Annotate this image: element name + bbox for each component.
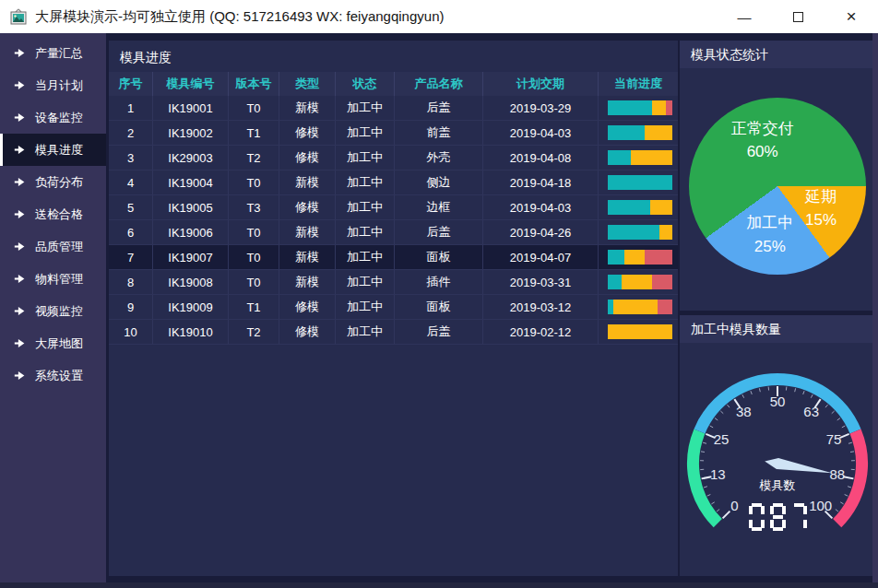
table-cell: 8 — [109, 270, 153, 294]
gauge-tick-label: 50 — [770, 394, 786, 409]
gauge-minor-tick — [837, 418, 840, 420]
column-header: 当前进度 — [599, 72, 678, 96]
table-cell-progress — [599, 295, 678, 319]
table-cell: 2019-04-18 — [483, 171, 599, 194]
sidebar-item-4[interactable]: 模具进度 — [0, 134, 106, 166]
table-cell: 新模 — [279, 270, 336, 294]
column-header: 类型 — [279, 72, 336, 96]
table-cell: 边框 — [395, 195, 483, 219]
sidebar-item-5[interactable]: 负荷分布 — [0, 166, 106, 198]
table-cell: T0 — [229, 171, 279, 194]
gauge-tick-label: 63 — [803, 404, 819, 419]
table-cell: 9 — [109, 295, 153, 319]
progress-bar — [608, 150, 672, 165]
lcd-digit — [791, 503, 807, 531]
pie-panel-title: 模具状态统计 — [680, 41, 872, 68]
table-cell: T0 — [229, 220, 279, 244]
table-cell: T0 — [229, 270, 279, 294]
close-button[interactable]: × — [825, 0, 878, 33]
sidebar-item-1[interactable]: 产量汇总 — [0, 37, 106, 69]
table-row[interactable]: 9IK19009T1修模加工中面板2019-03-12 — [109, 295, 678, 320]
progress-bar — [608, 100, 672, 115]
mold-status-panel: 模具状态统计 正常交付60%延期15%加工中25% — [680, 41, 872, 311]
table-cell: IK19010 — [153, 320, 229, 344]
table-panel-title: 模具进度 — [109, 41, 678, 72]
gauge-center-label: 模具数 — [680, 477, 875, 494]
table-row[interactable]: 1IK19001T0新模加工中后盖2019-03-29 — [109, 96, 678, 121]
gauge-minor-tick — [701, 452, 705, 453]
arrow-icon — [14, 112, 26, 123]
gauge-minor-tick — [850, 452, 854, 453]
sidebar-item-9[interactable]: 视频监控 — [0, 295, 106, 327]
table-cell: 1 — [109, 96, 153, 120]
table-cell: 加工中 — [336, 121, 395, 145]
progress-bar — [608, 250, 672, 265]
maximize-button[interactable] — [771, 0, 825, 33]
table-row[interactable]: 5IK19005T3修模加工中边框2019-04-03 — [109, 195, 678, 220]
table-cell: 加工中 — [336, 171, 395, 194]
gauge-tick-label: 38 — [736, 404, 752, 419]
table-cell: 侧边 — [395, 171, 483, 194]
arrow-icon — [14, 273, 26, 285]
table-row[interactable]: 8IK19008T0新模加工中插件2019-03-31 — [109, 270, 678, 295]
minimize-button[interactable]: — — [718, 0, 771, 33]
table-cell: 修模 — [279, 195, 336, 219]
sidebar-item-3[interactable]: 设备监控 — [0, 101, 106, 134]
table-cell: 加工中 — [336, 270, 395, 294]
window-bottom-edge — [0, 582, 878, 588]
sidebar-item-label: 模具进度 — [35, 142, 83, 159]
gauge-tick-label: 75 — [826, 431, 842, 447]
sidebar-item-11[interactable]: 系统设置 — [0, 359, 106, 392]
title-bar: 大屏模块演示-均可独立使用 (QQ: 517216493 WX: feiyang… — [0, 0, 878, 33]
gauge-minor-tick — [742, 394, 744, 398]
sidebar-item-label: 品质管理 — [35, 239, 83, 255]
gauge-minor-tick — [720, 411, 723, 414]
progress-bar — [608, 275, 672, 289]
table-row[interactable]: 2IK19002T1修模加工中前盖2019-04-03 — [109, 121, 678, 146]
column-header: 版本号 — [229, 72, 279, 96]
sidebar-item-label: 视频监控 — [35, 303, 83, 320]
table-cell: T1 — [229, 295, 279, 319]
table-cell: 修模 — [279, 146, 336, 170]
table-cell: 加工中 — [336, 245, 395, 269]
gauge-minor-tick — [710, 426, 713, 428]
table-cell: 4 — [109, 171, 153, 194]
gauge-minor-tick — [751, 391, 752, 394]
table-cell: T0 — [229, 245, 279, 269]
table-row[interactable]: 10IK19010T2修模加工中后盖2019-02-12 — [109, 320, 678, 345]
table-row[interactable]: 4IK19004T0新模加工中侧边2019-04-18 — [109, 171, 678, 195]
table-row[interactable]: 6IK19006T0新模加工中后盖2019-04-26 — [109, 220, 678, 245]
table-row[interactable]: 7IK19007T0新模加工中面板2019-04-07 — [109, 245, 678, 270]
sidebar-item-7[interactable]: 品质管理 — [0, 230, 106, 263]
table-cell: IK19006 — [153, 220, 229, 244]
table-cell-progress — [599, 171, 678, 194]
table-cell: 修模 — [279, 320, 336, 344]
table-cell: IK29003 — [153, 146, 229, 170]
arrow-icon — [14, 47, 26, 59]
table-cell: IK19007 — [153, 245, 229, 269]
window-controls: — × — [718, 0, 878, 33]
progress-bar — [608, 324, 672, 339]
gauge-dial: 013253850637588100 — [680, 343, 875, 576]
window-right-edge — [872, 33, 878, 588]
table-cell: 新模 — [279, 96, 336, 120]
arrow-icon — [14, 208, 26, 220]
column-header: 序号 — [109, 72, 153, 96]
table-cell-progress — [599, 245, 678, 269]
maximize-icon — [793, 12, 803, 22]
table-row[interactable]: 3IK29003T2修模加工中外壳2019-04-08 — [109, 146, 678, 171]
table-cell: IK19009 — [153, 295, 229, 319]
processing-count-panel: 加工中模具数量 013253850637588100 模具数 — [680, 315, 872, 576]
sidebar-item-10[interactable]: 大屏地图 — [0, 327, 106, 359]
table-cell: 2019-03-31 — [483, 270, 599, 294]
sidebar-item-2[interactable]: 当月计划 — [0, 69, 106, 101]
progress-bar — [608, 200, 672, 215]
table-cell: 2019-02-12 — [483, 320, 599, 344]
sidebar-item-8[interactable]: 物料管理 — [0, 263, 106, 295]
table-cell: 加工中 — [336, 320, 395, 344]
sidebar-item-6[interactable]: 送检合格 — [0, 198, 106, 230]
progress-bar — [608, 225, 672, 240]
progress-bar — [608, 175, 672, 190]
gauge-needle — [765, 458, 832, 473]
gauge-tick-label: 25 — [714, 431, 730, 447]
